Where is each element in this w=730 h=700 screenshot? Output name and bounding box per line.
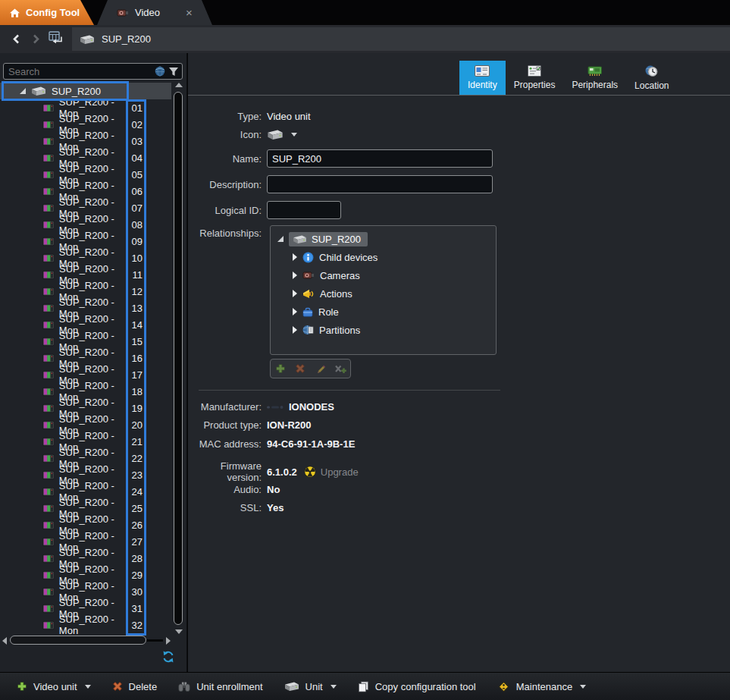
video-unit-icon	[267, 129, 284, 140]
collapsed-triangle-icon[interactable]	[293, 272, 297, 279]
tab-label: Properties	[514, 80, 556, 90]
relationship-role[interactable]: Role	[271, 303, 496, 321]
monitor-icon	[42, 320, 55, 330]
dropdown-caret-icon	[580, 685, 586, 689]
description-input[interactable]	[267, 175, 493, 193]
firmware-row: Firmware version: 6.1.0.2 Upgrade	[188, 460, 359, 483]
tabs-divider	[188, 95, 730, 96]
back-button[interactable]	[9, 32, 23, 46]
unit-enrollment-button[interactable]: Unit enrollment	[168, 673, 273, 700]
relationship-partitions[interactable]: Partitions	[271, 321, 496, 339]
firmware-value: 6.1.0.2	[267, 466, 297, 478]
scroll-down-icon[interactable]	[175, 629, 183, 634]
tree-item-number: 08	[132, 219, 143, 231]
tree-item-number: 20	[132, 419, 143, 431]
add-existing-button[interactable]	[331, 359, 349, 378]
manufacturer-row: Manufacturer: IONODES	[188, 401, 334, 413]
monitor-icon	[42, 187, 55, 196]
location-icon	[645, 64, 658, 77]
tab-identity[interactable]: Identity	[459, 61, 506, 95]
scroll-up-icon[interactable]	[175, 83, 183, 87]
relationship-child-devices[interactable]: Child devices	[271, 248, 496, 266]
tab-config-tool[interactable]: Config Tool	[0, 0, 94, 25]
camera-icon	[302, 271, 315, 280]
video-unit-icon	[31, 86, 46, 96]
collapsed-triangle-icon[interactable]	[293, 308, 297, 315]
plus-icon	[17, 681, 27, 692]
relationship-root[interactable]: SUP_R200	[271, 230, 496, 248]
tree-item-camera[interactable]: SUP_R200 - Mon 32	[0, 617, 171, 633]
mac-address-value: 94-C6-91-1A-9B-1E	[267, 438, 355, 450]
icon-picker[interactable]	[267, 129, 297, 140]
dropdown-caret-icon	[331, 685, 337, 689]
toolbar-label: Delete	[129, 681, 158, 692]
relationship-cameras[interactable]: Cameras	[271, 266, 496, 284]
task-grid-icon	[49, 31, 63, 44]
search-input[interactable]	[8, 66, 152, 77]
remove-button[interactable]	[291, 359, 309, 378]
monitor-icon	[42, 454, 55, 463]
close-tab-icon[interactable]: ×	[186, 7, 193, 18]
name-input[interactable]	[267, 149, 493, 168]
tree-item-number: 19	[132, 403, 143, 414]
add-button[interactable]	[271, 359, 290, 378]
vertical-scrollbar[interactable]	[173, 83, 184, 634]
refresh-button[interactable]	[161, 650, 177, 665]
tree-item-number: 24	[132, 486, 143, 498]
collapsed-triangle-icon[interactable]	[293, 253, 297, 261]
scope-button[interactable]	[155, 66, 165, 77]
search-box	[3, 63, 183, 80]
breadcrumb[interactable]: SUP_R200	[72, 27, 730, 51]
monitor-icon	[42, 237, 55, 246]
vertical-scroll-thumb[interactable]	[174, 92, 183, 625]
tab-video[interactable]: Video ×	[97, 0, 212, 25]
home-icon	[9, 8, 20, 18]
horizontal-scroll-thumb[interactable]	[10, 636, 146, 645]
top-tab-bar: Config Tool Video ×	[0, 0, 730, 25]
edit-button[interactable]	[312, 359, 330, 378]
tree-item-number: 12	[132, 286, 143, 297]
copy-configuration-tool-button[interactable]: Copy configuration tool	[347, 673, 487, 700]
tree-item-number: 15	[132, 336, 143, 347]
relationships-tree: SUP_R200 Child devices Cameras Actions	[270, 225, 497, 355]
monitor-icon	[42, 220, 55, 230]
icon-row: Icon:	[188, 129, 297, 140]
name-label: Name:	[188, 153, 267, 165]
audio-value: No	[267, 484, 280, 495]
tab-location[interactable]: Location	[626, 61, 677, 95]
horizontal-scrollbar[interactable]	[2, 635, 171, 645]
relationship-root-pill[interactable]: SUP_R200	[289, 232, 368, 246]
upgrade-button[interactable]: Upgrade	[304, 466, 359, 478]
expanded-triangle-icon[interactable]	[20, 88, 26, 94]
expanded-triangle-icon[interactable]	[277, 236, 284, 242]
delete-x-icon	[295, 363, 305, 374]
tasks-home-button[interactable]	[49, 31, 63, 44]
monitor-icon	[42, 570, 55, 580]
tab-peripherals[interactable]: Peripherals	[563, 61, 626, 95]
manufacturer-label: Manufacturer:	[188, 401, 267, 413]
ssl-value: Yes	[267, 502, 284, 513]
collapsed-triangle-icon[interactable]	[293, 290, 297, 297]
monitor-icon	[42, 337, 55, 347]
tab-properties[interactable]: Properties	[506, 61, 564, 95]
tree-item-number: 17	[132, 369, 143, 381]
unit-menu-button[interactable]: Unit	[274, 673, 347, 700]
filter-button[interactable]	[168, 67, 179, 77]
video-camera-icon	[117, 8, 129, 17]
scroll-left-icon[interactable]	[2, 637, 7, 645]
logical-id-input[interactable]	[267, 201, 341, 219]
monitor-icon	[42, 537, 55, 547]
maintenance-menu-button[interactable]: Maintenance	[487, 673, 597, 700]
scroll-right-icon[interactable]	[166, 637, 171, 645]
relationship-actions[interactable]: Actions	[271, 284, 496, 303]
delete-x-icon	[112, 681, 123, 692]
chevron-left-icon	[13, 34, 20, 44]
forward-button[interactable]	[29, 32, 42, 46]
entity-tree: SUP_R200 SUP_R200 - Mon 01 SUP_R200 - Mo…	[0, 83, 171, 633]
monitor-icon	[42, 353, 55, 363]
delete-button[interactable]: Delete	[102, 673, 168, 700]
monitor-icon	[42, 387, 55, 397]
tree-item-number: 27	[132, 536, 143, 548]
add-video-unit-button[interactable]: Video unit	[6, 673, 102, 700]
collapsed-triangle-icon[interactable]	[293, 326, 297, 334]
